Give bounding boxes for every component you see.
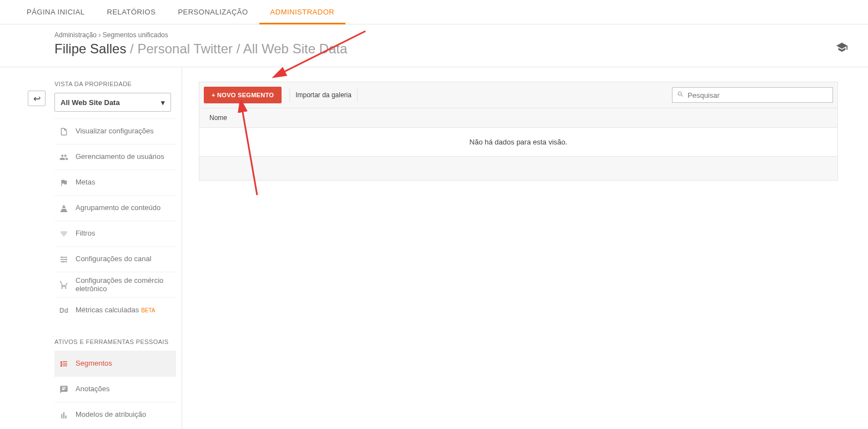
sidebar-item-calc-metrics[interactable]: Dd Métricas calculadasBETA xyxy=(54,297,176,323)
sidebar-section-title: VISTA DA PROPRIEDADE xyxy=(54,81,176,87)
view-path: / Personal Twitter / All Web Site Data xyxy=(130,41,347,56)
sidebar-item-label: Metas xyxy=(76,178,176,187)
users-icon xyxy=(58,153,70,162)
sidebar-item-ecommerce[interactable]: Configurações de comércio eletrônico xyxy=(54,272,176,297)
sidebar-item-goals[interactable]: Metas xyxy=(54,169,176,195)
left-gutter: ↩ xyxy=(0,67,46,429)
sidebar-item-content-grouping[interactable]: Agrupamento de conteúdo xyxy=(54,195,176,221)
sidebar-item-label: Visualizar configurações xyxy=(76,127,176,136)
sidebar-item-label: Gerenciamento de usuários xyxy=(76,153,176,161)
sidebar-item-user-mgmt[interactable]: Gerenciamento de usuários xyxy=(54,144,176,169)
attribution-icon xyxy=(58,411,70,420)
sidebar-item-label: Modelos de atribuição xyxy=(76,411,176,419)
note-icon xyxy=(58,385,70,394)
sidebar-item-label: Métricas calculadasBETA xyxy=(76,306,176,315)
table-footer xyxy=(199,157,837,180)
back-arrow-icon: ↩ xyxy=(33,93,41,104)
import-gallery-link[interactable]: Importar da galeria xyxy=(289,88,358,102)
sidebar-item-segments[interactable]: Segmentos xyxy=(54,351,176,376)
page-header: Administração › Segmentos unificados Fil… xyxy=(0,24,868,67)
sidebar-item-view-settings[interactable]: Visualizar configurações xyxy=(54,118,176,144)
sidebar-item-label: Configurações de comércio eletrônico xyxy=(76,277,176,293)
breadcrumb: Administração › Segmentos unificados xyxy=(54,31,868,39)
view-selector[interactable]: All Web Site Data ▾ xyxy=(54,93,171,112)
segments-table: Nome Não há dados para esta visão. xyxy=(199,108,838,181)
sidebar-item-label: Filtros xyxy=(76,230,176,238)
sidebar-item-label: Agrupamento de conteúdo xyxy=(76,204,176,212)
sidebar-item-label: Segmentos xyxy=(76,360,176,368)
main-content: + NOVO SEGMENTO Importar da galeria Nome… xyxy=(182,67,868,429)
sidebar-item-channel-settings[interactable]: Configurações do canal xyxy=(54,246,176,272)
search-icon xyxy=(677,91,684,99)
tab-reports[interactable]: RELATÓRIOS xyxy=(96,0,167,24)
top-nav: PÁGINA INICIAL RELATÓRIOS PERSONALIZAÇÃO… xyxy=(0,0,868,24)
search-box[interactable] xyxy=(672,87,833,103)
tab-home[interactable]: PÁGINA INICIAL xyxy=(16,0,96,24)
channel-icon xyxy=(58,255,70,264)
back-button[interactable]: ↩ xyxy=(28,91,46,106)
breadcrumb-root[interactable]: Administração xyxy=(54,31,97,39)
group-icon xyxy=(58,204,70,213)
tab-admin[interactable]: ADMINISTRADOR xyxy=(259,0,346,24)
account-name[interactable]: Filipe Salles xyxy=(54,41,126,56)
sidebar-item-attribution[interactable]: Modelos de atribuição xyxy=(54,402,176,427)
table-header-name[interactable]: Nome xyxy=(199,108,837,128)
svg-point-0 xyxy=(61,256,63,258)
svg-point-1 xyxy=(66,258,67,260)
dd-icon: Dd xyxy=(58,307,70,315)
cart-icon xyxy=(58,281,70,290)
beta-badge: BETA xyxy=(141,307,155,313)
sidebar: VISTA DA PROPRIEDADE All Web Site Data ▾… xyxy=(46,67,182,429)
breadcrumb-sep: › xyxy=(98,31,101,39)
page-title: Filipe Salles / Personal Twitter / All W… xyxy=(54,41,868,57)
search-input[interactable] xyxy=(688,91,828,99)
new-segment-button[interactable]: + NOVO SEGMENTO xyxy=(204,87,282,103)
sidebar-tools-header: ATIVOS E FERRAMENTAS PESSOAIS xyxy=(54,338,176,345)
view-selector-label: All Web Site Data xyxy=(61,98,120,107)
funnel-icon xyxy=(58,230,70,238)
tab-customization[interactable]: PERSONALIZAÇÃO xyxy=(167,0,259,24)
sidebar-item-filters[interactable]: Filtros xyxy=(54,221,176,246)
sidebar-item-annotations[interactable]: Anotações xyxy=(54,376,176,402)
graduation-cap-icon[interactable] xyxy=(836,41,848,55)
chevron-down-icon: ▾ xyxy=(161,98,165,107)
flag-icon xyxy=(58,178,70,187)
toolbar: + NOVO SEGMENTO Importar da galeria xyxy=(199,82,838,108)
file-icon xyxy=(58,127,70,136)
sidebar-item-label: Anotações xyxy=(76,385,176,393)
table-empty-message: Não há dados para esta visão. xyxy=(199,128,837,157)
sidebar-item-label: Configurações do canal xyxy=(76,255,176,263)
segments-icon xyxy=(58,360,70,368)
breadcrumb-current: Segmentos unificados xyxy=(103,31,168,39)
svg-point-2 xyxy=(62,261,64,262)
